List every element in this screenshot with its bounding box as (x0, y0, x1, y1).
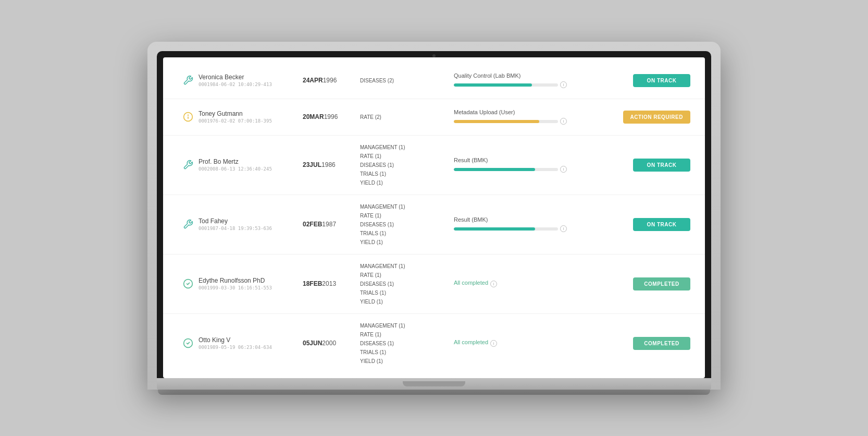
patient-name: Edythe Runolfsson PhD (199, 277, 297, 284)
patient-name: Toney Gutmann (199, 110, 297, 117)
col-tags: MANAGEMENT (1)RATE (1)DISEASES (1)TRIALS… (360, 143, 449, 187)
progress-bar-wrapper: i (454, 225, 602, 232)
progress-bar-wrapper: i (454, 118, 602, 125)
tag-item: RATE (1) (360, 152, 449, 161)
col-name: Veronica Becker 0001984-06-02 10:40:29-4… (199, 74, 303, 87)
progress-bar-bg (454, 168, 558, 171)
laptop-screen: Veronica Becker 0001984-06-02 10:40:29-4… (163, 57, 705, 378)
col-status: ON TRACK (607, 159, 690, 172)
table-row[interactable]: Edythe Runolfsson PhD 0001999-03-30 16:1… (163, 255, 705, 314)
info-icon[interactable]: i (560, 81, 567, 88)
col-date: 20MAR1996 (303, 113, 360, 120)
record-id: 0002008-06-13 12:36:40-245 (199, 166, 297, 172)
progress-all-completed: All completed i (454, 339, 602, 348)
table-container: Veronica Becker 0001984-06-02 10:40:29-4… (163, 57, 705, 378)
col-icon (178, 75, 199, 86)
tag-item: RATE (2) (360, 113, 449, 122)
col-progress: All completed i (449, 339, 607, 348)
col-date: 23JUL1986 (303, 161, 360, 168)
col-icon (178, 112, 199, 122)
tag-item: TRIALS (1) (360, 229, 449, 238)
tag-item: DISEASES (2) (360, 76, 449, 85)
progress-bar-wrapper: i (454, 166, 602, 173)
col-name: Prof. Bo Mertz 0002008-06-13 12:36:40-24… (199, 158, 303, 172)
progress-label: Result (BMK) (454, 216, 602, 223)
all-completed-label: All completed (454, 280, 488, 286)
tag-item: DISEASES (1) (360, 161, 449, 169)
col-progress: Metadata Upload (User) i (449, 109, 607, 125)
progress-bar-fill (454, 168, 535, 171)
tag-item: YIELD (1) (360, 238, 449, 247)
col-name: Otto King V 0001989-05-19 06:23:04-634 (199, 336, 303, 350)
progress-bar-bg (454, 227, 558, 231)
col-progress: Result (BMK) i (449, 216, 607, 232)
col-date: 18FEB2013 (303, 280, 360, 287)
laptop-screen-bezel: Veronica Becker 0001984-06-02 10:40:29-4… (157, 51, 711, 378)
status-badge[interactable]: COMPLETED (633, 337, 690, 350)
info-icon[interactable]: i (560, 118, 567, 125)
record-id: 0001989-05-19 06:23:04-634 (199, 345, 297, 350)
col-date: 02FEB1987 (303, 221, 360, 228)
tag-item: DISEASES (1) (360, 339, 449, 348)
record-id: 0001984-06-02 10:40:29-413 (199, 82, 297, 87)
tag-item: RATE (1) (360, 271, 449, 280)
table-row[interactable]: Prof. Bo Mertz 0002008-06-13 12:36:40-24… (163, 136, 705, 195)
col-name: Toney Gutmann 0001976-02-02 07:00:18-395 (199, 110, 303, 124)
col-status: ACTION REQUIRED (607, 111, 690, 124)
patient-name: Otto King V (199, 336, 297, 344)
progress-label: Result (BMK) (454, 157, 602, 163)
table-row[interactable]: Veronica Becker 0001984-06-02 10:40:29-4… (163, 63, 705, 99)
status-badge[interactable]: ACTION REQUIRED (623, 111, 690, 124)
col-date: 24APR1996 (303, 77, 360, 84)
col-icon (178, 338, 199, 348)
laptop-foot (158, 390, 710, 395)
info-icon[interactable]: i (490, 281, 497, 287)
status-badge[interactable]: ON TRACK (633, 218, 690, 231)
col-tags: MANAGEMENT (1)RATE (1)DISEASES (1)TRIALS… (360, 321, 449, 366)
progress-bar-fill (454, 227, 535, 231)
tag-item: MANAGEMENT (1) (360, 262, 449, 271)
laptop-notch (403, 381, 465, 386)
col-status: ON TRACK (607, 74, 690, 87)
col-date: 05JUN2000 (303, 340, 360, 347)
progress-label: Quality Control (Lab BMK) (454, 72, 602, 79)
progress-bar-bg (454, 120, 558, 123)
col-name: Edythe Runolfsson PhD 0001999-03-30 16:1… (199, 277, 303, 290)
col-tags: MANAGEMENT (1)RATE (1)DISEASES (1)TRIALS… (360, 202, 449, 247)
status-badge[interactable]: ON TRACK (633, 159, 690, 172)
tag-item: RATE (1) (360, 330, 449, 339)
progress-all-completed: All completed i (454, 280, 602, 288)
table-row[interactable]: Otto King V 0001989-05-19 06:23:04-634 0… (163, 314, 705, 373)
status-badge[interactable]: COMPLETED (633, 277, 690, 290)
tag-item: YIELD (1) (360, 357, 449, 366)
col-progress: Result (BMK) i (449, 157, 607, 173)
tag-item: DISEASES (1) (360, 220, 449, 229)
tag-item: TRIALS (1) (360, 348, 449, 357)
info-icon[interactable]: i (560, 225, 567, 232)
col-progress: Quality Control (Lab BMK) i (449, 72, 607, 88)
col-icon (178, 219, 199, 229)
col-icon (178, 160, 199, 170)
progress-label: Metadata Upload (User) (454, 109, 602, 115)
tag-item: YIELD (1) (360, 297, 449, 306)
tag-item: YIELD (1) (360, 178, 449, 187)
col-icon (178, 278, 199, 289)
laptop-base (157, 378, 711, 390)
patient-name: Tod Fahey (199, 217, 297, 225)
laptop-camera (432, 54, 436, 57)
col-tags: RATE (2) (360, 113, 449, 122)
info-icon[interactable]: i (560, 166, 567, 173)
record-id: 0001976-02-02 07:00:18-395 (199, 118, 297, 124)
laptop-outer: Veronica Becker 0001984-06-02 10:40:29-4… (147, 42, 721, 390)
col-status: COMPLETED (607, 337, 690, 350)
table-row[interactable]: Tod Fahey 0001987-04-18 19:39:53-636 02F… (163, 195, 705, 255)
status-badge[interactable]: ON TRACK (633, 74, 690, 87)
patient-name: Prof. Bo Mertz (199, 158, 297, 165)
progress-bar-fill (454, 83, 532, 87)
tag-item: MANAGEMENT (1) (360, 321, 449, 330)
table-row[interactable]: Toney Gutmann 0001976-02-02 07:00:18-395… (163, 99, 705, 136)
info-icon[interactable]: i (490, 340, 497, 347)
tag-item: DISEASES (1) (360, 280, 449, 288)
record-id: 0001999-03-30 16:16:51-553 (199, 285, 297, 290)
col-tags: MANAGEMENT (1)RATE (1)DISEASES (1)TRIALS… (360, 262, 449, 306)
